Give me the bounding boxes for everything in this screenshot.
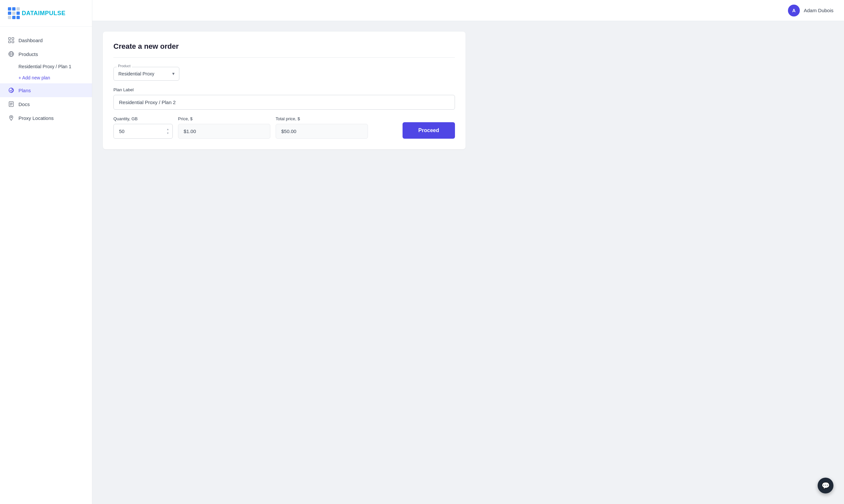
sidebar-item-plans-label: Plans bbox=[18, 88, 31, 93]
sidebar-item-add-plan[interactable]: + Add new plan bbox=[0, 72, 92, 83]
product-select[interactable]: Residential Proxy Datacenter Proxy Mobil… bbox=[114, 67, 179, 81]
svg-rect-7 bbox=[12, 16, 16, 19]
main-content: Create a new order Product Residential P… bbox=[92, 21, 844, 504]
quantity-down-button[interactable]: ▼ bbox=[166, 132, 170, 135]
sidebar-item-products[interactable]: Products bbox=[0, 47, 92, 61]
product-select-wrapper: Product Residential Proxy Datacenter Pro… bbox=[114, 67, 179, 81]
user-name: Adam Dubois bbox=[804, 7, 833, 13]
svg-rect-8 bbox=[16, 16, 20, 19]
quantity-label: Quantity, GB bbox=[114, 116, 173, 121]
product-group: Product Residential Proxy Datacenter Pro… bbox=[114, 67, 455, 81]
svg-rect-3 bbox=[8, 12, 11, 15]
sidebar-item-dashboard-label: Dashboard bbox=[18, 38, 42, 43]
price-label: Price, $ bbox=[178, 116, 270, 121]
sidebar-item-residential-plan1[interactable]: Residential Proxy / Plan 1 bbox=[0, 61, 92, 72]
svg-rect-11 bbox=[8, 41, 11, 43]
svg-point-16 bbox=[9, 88, 14, 93]
total-price-input bbox=[276, 124, 368, 139]
svg-rect-0 bbox=[8, 7, 11, 11]
sidebar: DATAIMPULSE Dashboard bbox=[0, 0, 92, 504]
logo-area: DATAIMPULSE bbox=[0, 0, 92, 27]
total-price-label: Total price, $ bbox=[276, 116, 368, 121]
chat-bubble[interactable]: 💬 bbox=[817, 478, 833, 493]
nav-section: Dashboard Products Residential Proxy / P… bbox=[0, 27, 92, 127]
quantity-up-button[interactable]: ▲ bbox=[166, 128, 170, 131]
svg-rect-9 bbox=[8, 38, 11, 39]
svg-rect-2 bbox=[16, 7, 20, 11]
quantity-input[interactable] bbox=[114, 124, 173, 139]
plans-icon bbox=[8, 87, 15, 93]
logo-text: DATAIMPULSE bbox=[22, 10, 66, 17]
quantity-wrapper: ▲ ▼ bbox=[114, 124, 173, 139]
price-field-col: Price, $ bbox=[178, 116, 270, 139]
quantity-field-col: Quantity, GB ▲ ▼ bbox=[114, 116, 173, 139]
proceed-button[interactable]: Proceed bbox=[402, 122, 455, 139]
svg-rect-6 bbox=[8, 16, 11, 19]
page-title: Create a new order bbox=[114, 42, 455, 58]
plan-label-group: Plan Label bbox=[114, 87, 455, 110]
sidebar-item-proxy-locations[interactable]: Proxy Locations bbox=[0, 111, 92, 125]
sidebar-item-proxy-locations-label: Proxy Locations bbox=[18, 115, 54, 121]
sidebar-item-products-label: Products bbox=[18, 51, 38, 57]
dashboard-icon bbox=[8, 37, 15, 43]
globe-icon bbox=[8, 51, 15, 57]
svg-rect-1 bbox=[12, 7, 16, 11]
sidebar-item-docs-label: Docs bbox=[18, 102, 30, 107]
main-wrapper: A Adam Dubois Create a new order Product… bbox=[92, 0, 844, 504]
svg-rect-4 bbox=[12, 12, 16, 15]
product-field-label: Product bbox=[117, 64, 132, 68]
svg-rect-12 bbox=[12, 41, 14, 43]
plan-label-input[interactable] bbox=[114, 95, 455, 110]
avatar: A bbox=[788, 5, 800, 16]
sidebar-item-docs[interactable]: Docs bbox=[0, 97, 92, 111]
total-price-field-col: Total price, $ bbox=[276, 116, 368, 139]
sidebar-item-plans[interactable]: Plans bbox=[0, 83, 92, 97]
quantity-spinners: ▲ ▼ bbox=[166, 128, 170, 135]
header: A Adam Dubois bbox=[92, 0, 844, 21]
sidebar-item-dashboard[interactable]: Dashboard bbox=[0, 33, 92, 47]
price-input bbox=[178, 124, 270, 139]
user-area[interactable]: A Adam Dubois bbox=[788, 5, 833, 16]
docs-icon bbox=[8, 101, 15, 107]
logo-icon bbox=[8, 7, 20, 19]
order-card: Create a new order Product Residential P… bbox=[103, 32, 466, 149]
fields-row: Quantity, GB ▲ ▼ Price, $ bbox=[114, 116, 455, 139]
svg-rect-10 bbox=[12, 38, 14, 39]
plan-label-field-label: Plan Label bbox=[114, 87, 455, 92]
location-icon bbox=[8, 115, 15, 121]
svg-rect-5 bbox=[16, 12, 20, 15]
chat-icon: 💬 bbox=[822, 482, 830, 489]
svg-point-21 bbox=[11, 116, 12, 118]
